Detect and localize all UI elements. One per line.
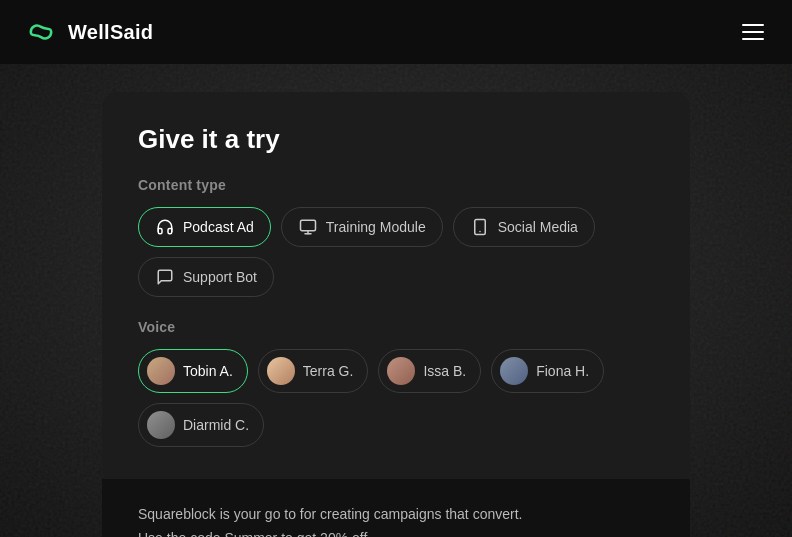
voice-chips: Tobin A. Terra G. Issa B. (138, 349, 654, 447)
chip-podcast-ad-label: Podcast Ad (183, 219, 254, 235)
monitor-icon (298, 217, 318, 237)
content-type-chips-row2: Support Bot (138, 257, 654, 297)
main-content: Give it a try Content type Podcast Ad (0, 64, 792, 537)
card-title: Give it a try (138, 124, 654, 155)
avatar-diarmid (147, 411, 175, 439)
avatar-terra (267, 357, 295, 385)
chip-support-bot[interactable]: Support Bot (138, 257, 274, 297)
chip-social-media-label: Social Media (498, 219, 578, 235)
brand-name: WellSaid (68, 21, 153, 44)
menu-button[interactable] (738, 20, 768, 44)
chip-social-media[interactable]: Social Media (453, 207, 595, 247)
navbar: WellSaid (0, 0, 792, 64)
voice-tobin-label: Tobin A. (183, 363, 233, 379)
promo-line2: Use the code Summer to get 20% off. (138, 530, 371, 537)
voice-diarmid-label: Diarmid C. (183, 417, 249, 433)
voice-chip-issa[interactable]: Issa B. (378, 349, 481, 393)
chip-support-bot-label: Support Bot (183, 269, 257, 285)
voice-chip-terra[interactable]: Terra G. (258, 349, 369, 393)
content-type-label: Content type (138, 177, 654, 193)
svg-rect-0 (300, 220, 315, 231)
voice-chip-diarmid[interactable]: Diarmid C. (138, 403, 264, 447)
voice-section: Voice Tobin A. Terra G. I (138, 319, 654, 447)
voice-chip-fiona[interactable]: Fiona H. (491, 349, 604, 393)
avatar-issa (387, 357, 415, 385)
chat-icon (155, 267, 175, 287)
chip-training-module[interactable]: Training Module (281, 207, 443, 247)
avatar-tobin (147, 357, 175, 385)
avatar-fiona (500, 357, 528, 385)
headphones-icon (155, 217, 175, 237)
promo-text: Squareblock is your go to for creating c… (138, 503, 654, 537)
content-type-chips: Podcast Ad Training Module (138, 207, 654, 247)
chip-training-module-label: Training Module (326, 219, 426, 235)
card-wrapper: Give it a try Content type Podcast Ad (102, 92, 690, 537)
voice-chip-tobin[interactable]: Tobin A. (138, 349, 248, 393)
promo-line1: Squareblock is your go to for creating c… (138, 506, 522, 522)
try-card: Give it a try Content type Podcast Ad (102, 92, 690, 483)
brand: WellSaid (24, 15, 153, 49)
chip-podcast-ad[interactable]: Podcast Ad (138, 207, 271, 247)
voice-fiona-label: Fiona H. (536, 363, 589, 379)
phone-icon (470, 217, 490, 237)
promo-area: Squareblock is your go to for creating c… (102, 479, 690, 537)
voice-label: Voice (138, 319, 654, 335)
brand-logo-icon (24, 15, 58, 49)
voice-terra-label: Terra G. (303, 363, 354, 379)
voice-issa-label: Issa B. (423, 363, 466, 379)
